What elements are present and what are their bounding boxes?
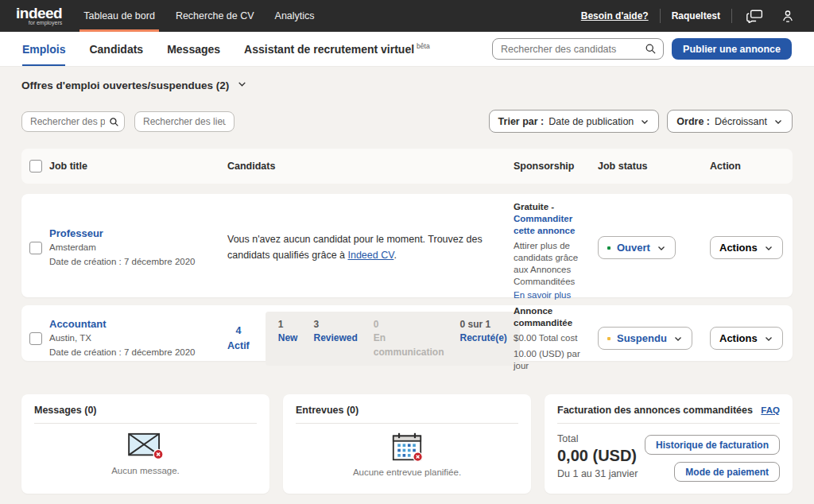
messages-icon[interactable] [743, 10, 766, 23]
topnav-resume-search[interactable]: Recherche de CV [165, 0, 265, 32]
sort-controls: Trier par : Date de publication Ordre : … [489, 110, 793, 133]
chevron-down-icon [673, 334, 683, 343]
billing-total-value: 0,00 (USD) [557, 447, 638, 465]
messages-card-title: Messages (0) [34, 405, 97, 416]
job-status-dropdown[interactable]: Ouvert [598, 236, 676, 259]
divider [660, 9, 661, 23]
chevron-down-icon [764, 334, 773, 343]
row-checkbox[interactable] [29, 242, 42, 254]
job-location: Amsterdam [49, 241, 227, 254]
job-row-accountant: Accountant Austin, TX Date de création :… [21, 305, 793, 361]
interviews-empty-state: Aucune entrevue planifiée. [296, 424, 518, 477]
sponsorship-cell: Annonce commanditée $0.00 Total cost 10.… [514, 305, 598, 372]
column-job-title: Job title [49, 161, 227, 172]
order-value: Décroissant [715, 116, 767, 127]
divider [731, 9, 732, 23]
faq-link[interactable]: FAQ [761, 405, 780, 415]
location-search [134, 111, 235, 132]
subnav-right: Publier une annonce [492, 32, 792, 66]
account-name[interactable]: Raqueltest [672, 10, 720, 21]
stat-contacting: 0 En communication [374, 318, 444, 359]
job-state-filter[interactable]: Offres d'emploi ouvertes/suspendues (2) [21, 67, 793, 92]
indeed-cv-link[interactable]: Indeed CV [347, 250, 393, 261]
tab-messages[interactable]: Messages [167, 32, 220, 66]
chevron-down-icon [773, 117, 783, 126]
job-title-cell: Professeur Amsterdam Date de création : … [49, 227, 227, 269]
candidates-empty-message: Vous n'avez aucun candidat pour le momen… [227, 232, 514, 263]
job-location: Austin, TX [49, 331, 227, 345]
chevron-down-icon [640, 117, 649, 126]
actions-dropdown[interactable]: Actions [710, 327, 783, 350]
topnav-dashboard[interactable]: Tableau de bord [73, 0, 165, 32]
empty-calendar-icon [390, 432, 424, 462]
column-job-status: Job status [598, 161, 688, 172]
messages-card-header: Messages (0) [34, 394, 257, 424]
candidate-stats: 1 New 3 Reviewed 0 En communication 0 su… [266, 312, 520, 366]
select-all-checkbox[interactable] [29, 160, 42, 173]
billing-total-block: Total 0,00 (USD) Du 1 au 31 janvier [557, 433, 638, 482]
sort-by-dropdown[interactable]: Trier par : Date de publication [489, 110, 660, 133]
daily-budget: 10.00 (USD) par jour [514, 348, 593, 372]
job-title-search [21, 111, 125, 132]
tab-virtual-assistant[interactable]: Assistant de recrutement virtuel bêta [244, 32, 430, 66]
billing-card-title: Facturation des annonces commanditées [557, 405, 753, 416]
topbar-right: Besoin d'aide? Raqueltest [581, 0, 798, 32]
location-search-input[interactable] [134, 111, 235, 132]
indeed-logo[interactable]: indeed for employers [16, 0, 62, 32]
interviews-card: Entrevues (0) Aucune entrevue pla [283, 394, 531, 494]
billing-history-button[interactable]: Historique de facturation [645, 435, 780, 455]
tab-jobs[interactable]: Emplois [22, 32, 65, 66]
job-status-dropdown[interactable]: Suspendu [598, 327, 692, 350]
column-sponsorship: Sponsorship [514, 161, 598, 172]
total-cost: $0.00 Total cost [514, 332, 593, 344]
logo-subtext: for employers [16, 20, 62, 25]
job-created-date: Date de création : 7 décembre 2020 [49, 346, 227, 359]
beta-badge: bêta [417, 42, 430, 50]
post-job-button[interactable]: Publier une annonce [672, 38, 792, 60]
logo-text: indeed [16, 6, 62, 20]
job-row-professeur: Professeur Amsterdam Date de création : … [21, 194, 793, 297]
column-action: Action [688, 161, 785, 172]
active-label: Actif [227, 339, 250, 354]
candidate-search-input[interactable] [492, 38, 664, 60]
billing-period: Du 1 au 31 janvier [557, 468, 638, 479]
open-status-dot-icon [607, 246, 610, 250]
billing-actions: Historique de facturation Mode de paieme… [645, 433, 780, 482]
sponsorship-cell: Gratuite - Commanditer cette annonce Att… [514, 194, 598, 301]
tab-candidates[interactable]: Candidats [89, 32, 143, 66]
sponsored-label: Annonce commanditée [514, 306, 572, 328]
active-candidates-link[interactable]: 4 Actif [227, 324, 250, 354]
status-cell: Ouvert [598, 236, 688, 259]
job-title-link[interactable]: Accountant [49, 318, 107, 330]
topnav-analytics[interactable]: Analytics [265, 0, 325, 32]
sort-by-label: Trier par : [498, 116, 545, 127]
chevron-down-icon [237, 78, 247, 92]
search-sort-row: Trier par : Date de publication Ordre : … [21, 110, 793, 133]
messages-empty-text: Aucun message. [111, 466, 180, 475]
main-tabs: Emplois Candidats Messages Assistant de … [22, 32, 430, 66]
jobs-table-header: Job title Candidats Sponsorship Job stat… [21, 149, 793, 184]
account-icon[interactable] [777, 9, 798, 23]
chevron-down-icon [764, 243, 773, 253]
action-cell: Actions [688, 236, 785, 259]
stat-hired[interactable]: 0 sur 1 Recruté(e) [460, 318, 507, 359]
order-dropdown[interactable]: Ordre : Décroissant [667, 110, 793, 133]
row-checkbox[interactable] [29, 332, 42, 345]
help-link[interactable]: Besoin d'aide? [581, 10, 649, 21]
stat-new[interactable]: 1 New [278, 318, 298, 359]
empty-mail-icon [127, 432, 164, 460]
sponsor-job-link[interactable]: Commanditer cette annonce [514, 214, 575, 235]
stat-reviewed[interactable]: 3 Reviewed [313, 318, 357, 359]
payment-method-button[interactable]: Mode de paiement [674, 462, 780, 482]
search-icon[interactable] [645, 43, 657, 58]
job-title-cell: Accountant Austin, TX Date de création :… [49, 318, 227, 359]
learn-more-link[interactable]: En savoir plus [514, 289, 593, 301]
candidate-search [492, 38, 664, 60]
main-content: Offres d'emploi ouvertes/suspendues (2) … [0, 67, 814, 494]
search-icon[interactable] [109, 116, 119, 130]
sort-by-value: Date de publication [548, 116, 634, 127]
actions-dropdown[interactable]: Actions [710, 236, 783, 259]
job-title-link[interactable]: Professeur [49, 227, 103, 239]
sponsorship-description: Attirer plus de candidats grâce aux Anno… [514, 240, 593, 289]
chevron-down-icon [657, 243, 666, 253]
